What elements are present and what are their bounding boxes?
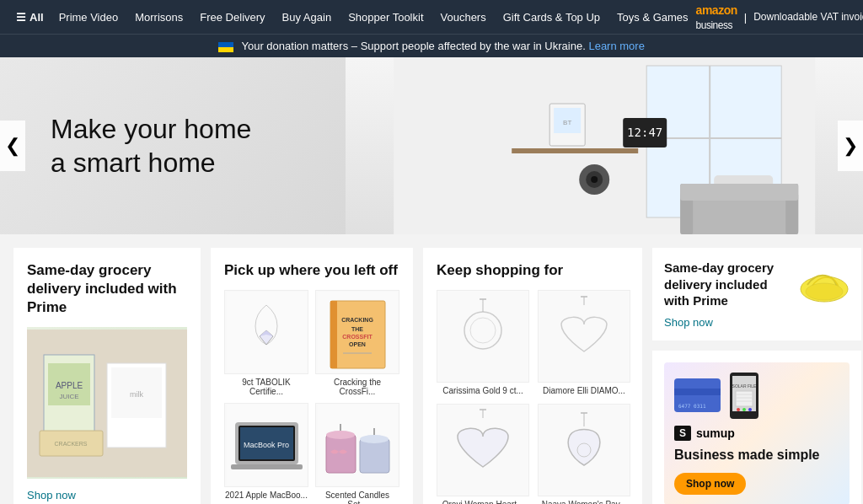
grocery-card: Same-day grocery delivery included with … <box>13 248 201 504</box>
sumup-card: 6477 0311 SOLAR FILE <box>652 351 861 505</box>
svg-point-10 <box>591 176 598 183</box>
ks-item-2-label: Diamore Elli DIAMO... <box>543 386 625 395</box>
svg-text:CRACKERS: CRACKERS <box>55 441 88 447</box>
brand-separator: | <box>744 11 747 24</box>
browsing-items-grid: 9ct TABOLIK Certifie... CRACKING THE CRO… <box>224 290 399 504</box>
nav-toys-games[interactable]: Toys & Games <box>609 7 696 28</box>
browse-item-4-label: Scented Candles Set... <box>315 491 399 504</box>
navbar-right: amazon business | Downloadable VAT invoi… <box>696 3 863 31</box>
hamburger-icon: ☰ <box>16 11 26 24</box>
keep-shopping-title: Keep shopping for <box>437 261 629 280</box>
hero-background-image: BT 12:47 <box>346 57 863 234</box>
ks-item-4-label: Naava Women's Pav... <box>542 500 626 504</box>
all-label: All <box>29 11 44 24</box>
ks-item-1[interactable]: Carissima Gold 9 ct... <box>437 290 529 395</box>
amazon-business-logo: amazon business <box>696 3 737 31</box>
svg-rect-50 <box>360 439 389 473</box>
svg-rect-34 <box>330 301 337 368</box>
navbar: ☰ All Prime Video Morrisons Free Deliver… <box>0 0 863 34</box>
browse-item-3-label: 2021 Apple MacBoo... <box>225 491 308 500</box>
svg-text:6477 0311: 6477 0311 <box>678 403 706 409</box>
ks-item-3-label: Orovi Woman Heart... <box>442 500 524 504</box>
sumup-header: 6477 0311 SOLAR FILE <box>674 373 839 419</box>
keep-shopping-card: Keep shopping for Carissima Gold 9 ct... <box>423 248 642 504</box>
ukraine-text: Your donation matters – Support people a… <box>241 40 585 52</box>
next-arrow-icon: ❯ <box>843 135 858 157</box>
ks-item-3-image <box>437 404 529 496</box>
keep-shopping-grid: Carissima Gold 9 ct... Diamore Elli DIAM… <box>437 290 629 504</box>
nav-buy-again[interactable]: Buy Again <box>275 7 340 28</box>
ks-item-1-image <box>437 290 529 383</box>
svg-point-77 <box>737 408 740 411</box>
svg-point-65 <box>806 283 843 300</box>
ks-item-4-image <box>538 404 630 496</box>
browse-item-2-image: CRACKING THE CROSSFIT OPEN <box>315 290 399 374</box>
nav-prime-video[interactable]: Prime Video <box>51 7 126 28</box>
nav-free-delivery[interactable]: Free Delivery <box>192 7 272 28</box>
browsing-card: Pick up where you left off 9ct TABOLIK C… <box>211 248 413 504</box>
grocery-card-image: APPLE JUICE milk CRACKERS <box>27 327 187 479</box>
cards-section: Same-day grocery delivery included with … <box>0 234 863 504</box>
svg-text:CROSSFIT: CROSSFIT <box>342 334 373 340</box>
svg-text:BT: BT <box>563 119 571 126</box>
hero-content: Make your home a smart home <box>0 87 302 205</box>
svg-text:12:47: 12:47 <box>627 126 662 139</box>
svg-rect-47 <box>326 435 356 473</box>
svg-text:SOLAR FILE: SOLAR FILE <box>732 383 758 389</box>
svg-rect-67 <box>674 389 721 395</box>
svg-rect-43 <box>231 464 303 469</box>
svg-point-48 <box>326 431 355 439</box>
nav-vouchers[interactable]: Vouchers <box>433 7 494 28</box>
right-grocery-card: Same-day grocery delivery included with … <box>652 248 861 340</box>
hero-next-button[interactable]: ❯ <box>838 121 863 171</box>
browse-item-4[interactable]: Scented Candles Set... <box>315 403 399 504</box>
grocery-shop-now-link[interactable]: Shop now <box>27 489 187 501</box>
svg-point-51 <box>360 435 389 443</box>
svg-rect-57 <box>540 292 629 381</box>
ukraine-learn-more-link[interactable]: Learn more <box>588 40 644 52</box>
svg-text:MacBook Pro: MacBook Pro <box>243 441 288 449</box>
svg-rect-7 <box>512 148 638 153</box>
banana-image-container <box>799 260 850 308</box>
nav-morrisons[interactable]: Morrisons <box>127 7 190 28</box>
hero-prev-button[interactable]: ❮ <box>0 121 25 171</box>
grocery-card-title: Same-day grocery delivery included with … <box>27 261 187 317</box>
nav-links: Prime Video Morrisons Free Delivery Buy … <box>51 7 696 28</box>
right-column: Same-day grocery delivery included with … <box>652 248 861 504</box>
hero-title: Make your home a smart home <box>51 112 251 180</box>
right-grocery-inner: Same-day grocery delivery included with … <box>664 260 850 329</box>
browse-item-4-image <box>315 403 399 487</box>
browse-item-3-image: MacBook Pro <box>224 403 308 487</box>
browse-item-2-label: Cracking the CrossFi... <box>315 378 399 396</box>
nav-gift-cards[interactable]: Gift Cards & Top Up <box>496 7 608 28</box>
nav-shopper-toolkit[interactable]: Shopper Toolkit <box>340 7 431 28</box>
hero-banner: ❮ Make your home a smart home BT <box>0 57 863 234</box>
svg-rect-18 <box>680 184 798 201</box>
all-menu-button[interactable]: ☰ All <box>8 7 51 28</box>
ukraine-flag <box>218 42 233 52</box>
sumup-logo-icon: S <box>674 426 691 441</box>
browsing-card-title: Pick up where you left off <box>224 261 399 280</box>
sumup-shop-button[interactable]: Shop now <box>674 473 746 495</box>
browse-item-1[interactable]: 9ct TABOLIK Certifie... <box>224 290 308 396</box>
ks-item-1-label: Carissima Gold 9 ct... <box>442 386 523 395</box>
vat-invoices-link[interactable]: Downloadable VAT invoices > <box>753 11 863 23</box>
browse-item-1-image <box>224 290 308 374</box>
ks-item-2-image <box>538 290 630 383</box>
browse-item-2[interactable]: CRACKING THE CROSSFIT OPEN Cracking the … <box>315 290 399 396</box>
ukraine-banner: Your donation matters – Support people a… <box>0 34 863 57</box>
svg-text:THE: THE <box>351 326 363 332</box>
svg-text:OPEN: OPEN <box>349 341 366 347</box>
right-grocery-title: Same-day grocery delivery included with … <box>664 260 791 309</box>
sumup-brand-name: sumup <box>696 426 735 440</box>
svg-point-79 <box>748 408 752 411</box>
svg-text:JUICE: JUICE <box>59 393 78 400</box>
ks-item-3[interactable]: Orovi Woman Heart... <box>437 404 529 504</box>
ks-item-2[interactable]: Diamore Elli DIAMO... <box>538 290 630 395</box>
browse-item-1-label: 9ct TABOLIK Certifie... <box>224 378 308 396</box>
browse-item-3[interactable]: MacBook Pro 2021 Apple MacBoo... <box>224 403 308 504</box>
sumup-logo: S sumup <box>674 426 839 441</box>
right-grocery-shop-link[interactable]: Shop now <box>664 316 713 329</box>
ks-item-4[interactable]: Naava Women's Pav... <box>538 404 630 504</box>
sumup-tagline: Business made simple <box>674 448 839 463</box>
